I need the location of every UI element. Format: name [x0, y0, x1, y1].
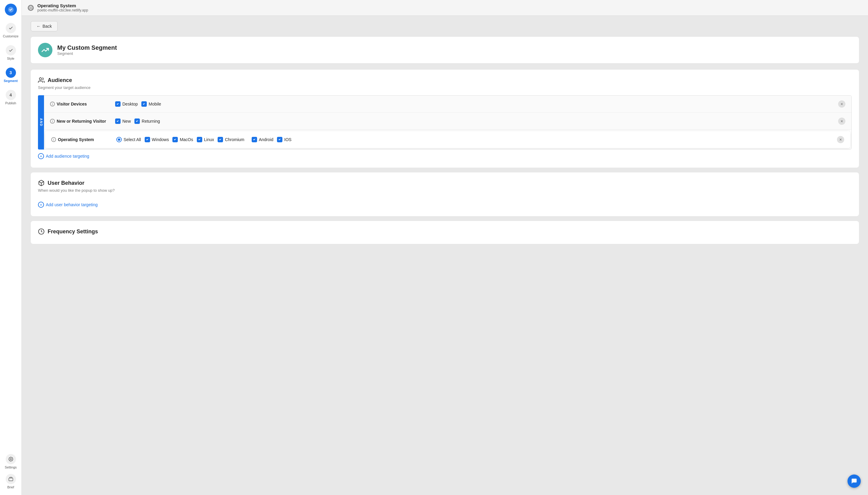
frequency-section: Frequency Settings: [31, 221, 859, 244]
desktop-option[interactable]: Desktop: [115, 101, 138, 107]
globe-icon: [28, 5, 34, 11]
os-close-btn[interactable]: ×: [837, 136, 844, 143]
add-behavior-targeting-btn[interactable]: + Add user behavior targeting: [38, 198, 852, 209]
settings-icon: [6, 454, 16, 464]
svg-rect-2: [9, 478, 13, 481]
visitor-devices-row: i Visitor Devices Desktop: [44, 96, 851, 113]
add-behavior-label: Add user behavior targeting: [46, 202, 98, 207]
windows-checkbox[interactable]: [145, 137, 150, 142]
user-behavior-title: User Behavior: [48, 180, 84, 186]
android-option[interactable]: Android: [251, 137, 273, 142]
svg-point-1: [10, 459, 12, 460]
topbar-title: Operating System: [37, 3, 88, 8]
chromium-checkbox[interactable]: [218, 137, 223, 142]
new-checkbox[interactable]: [115, 118, 121, 124]
style-icon: [6, 45, 16, 55]
audience-container: AND i Visitor Devices: [38, 95, 852, 150]
operating-system-row: i Operating System Select All: [45, 131, 850, 148]
new-returning-options: New Returning: [115, 118, 833, 124]
mobile-checkbox[interactable]: [141, 101, 147, 107]
sidebar-item-customize[interactable]: Customize: [1, 20, 20, 40]
sidebar-item-publish[interactable]: 4 Publish: [1, 87, 20, 107]
select-all-radio[interactable]: [116, 137, 122, 142]
sidebar-item-customize-label: Customize: [3, 34, 19, 38]
topbar-url: poetic-muffin-cbc3ee.netlify.app: [37, 8, 88, 12]
new-option[interactable]: New: [115, 118, 131, 124]
segment-icon: [38, 43, 52, 57]
ios-checkbox[interactable]: [277, 137, 282, 142]
visitor-devices-info-icon[interactable]: i: [50, 102, 55, 106]
android-checkbox[interactable]: [251, 137, 257, 142]
os-options: Select All Windows: [116, 137, 832, 142]
segment-name: My Custom Segment: [57, 44, 117, 51]
app-logo[interactable]: [5, 4, 17, 16]
segment-type: Segment: [57, 51, 117, 56]
sidebar-item-segment-label: Segment: [4, 79, 17, 83]
sidebar-item-publish-label: Publish: [5, 101, 16, 105]
main-content: Operating System poetic-muffin-cbc3ee.ne…: [22, 0, 868, 495]
and-bar: AND: [38, 95, 44, 150]
segment-header: My Custom Segment Segment: [31, 37, 859, 64]
visitor-devices-close-btn[interactable]: ×: [838, 100, 845, 108]
windows-option[interactable]: Windows: [145, 137, 169, 142]
audience-rows: i Visitor Devices Desktop: [44, 95, 852, 150]
mobile-option[interactable]: Mobile: [141, 101, 161, 107]
customize-icon: [6, 23, 16, 33]
linux-checkbox[interactable]: [197, 137, 202, 142]
audience-subtitle: Segment your target audience: [38, 85, 852, 90]
linux-option[interactable]: Linux: [197, 137, 214, 142]
sidebar-settings-label: Settings: [5, 465, 17, 469]
ios-option[interactable]: IOS: [277, 137, 292, 142]
segment-info: My Custom Segment Segment: [57, 44, 117, 56]
sidebar: Customize Style 3 Segment 4 Publish Sett…: [0, 0, 22, 495]
back-arrow-icon: ←: [36, 24, 41, 29]
audience-title: Audience: [48, 77, 72, 84]
visitor-devices-label: i Visitor Devices: [50, 102, 110, 106]
chat-bubble-btn[interactable]: [848, 475, 861, 488]
new-returning-row: i New or Returning Visitor New: [44, 113, 851, 130]
sidebar-item-brief[interactable]: Brief: [1, 472, 20, 491]
back-button[interactable]: ← Back: [31, 21, 57, 31]
topbar-info: Operating System poetic-muffin-cbc3ee.ne…: [37, 3, 88, 12]
audience-section: Audience Segment your target audience AN…: [31, 70, 859, 168]
audience-icon: [38, 77, 45, 84]
operating-system-label: i Operating System: [51, 137, 111, 142]
brief-icon: [6, 474, 16, 484]
add-targeting-label: Add audience targeting: [46, 154, 89, 158]
user-behavior-section: User Behavior When would you like the po…: [31, 172, 859, 216]
add-behavior-plus-icon: +: [38, 202, 44, 208]
os-info-icon[interactable]: i: [51, 137, 56, 142]
new-returning-info-icon[interactable]: i: [50, 119, 55, 124]
page-content: My Custom Segment Segment Audience Segme…: [31, 37, 859, 244]
select-all-option[interactable]: Select All: [116, 137, 141, 142]
add-targeting-plus-icon: +: [38, 153, 44, 159]
desktop-checkbox[interactable]: [115, 101, 121, 107]
back-label: Back: [42, 24, 52, 29]
sidebar-item-style[interactable]: Style: [1, 43, 20, 63]
behavior-icon: [38, 180, 45, 186]
frequency-header: Frequency Settings: [38, 228, 852, 235]
new-returning-close-btn[interactable]: ×: [838, 118, 845, 125]
user-behavior-header: User Behavior: [38, 180, 852, 186]
sidebar-item-settings[interactable]: Settings: [1, 451, 20, 472]
chromium-option[interactable]: Chromium: [218, 137, 244, 142]
svg-point-5: [39, 78, 41, 80]
sidebar-item-style-label: Style: [7, 57, 14, 60]
topbar: Operating System poetic-muffin-cbc3ee.ne…: [22, 0, 868, 16]
returning-option[interactable]: Returning: [135, 118, 160, 124]
frequency-icon: [38, 228, 45, 235]
macos-option[interactable]: MacOs: [172, 137, 193, 142]
sidebar-brief-label: Brief: [7, 485, 14, 489]
returning-checkbox[interactable]: [135, 118, 140, 124]
user-behavior-subtitle: When would you like the popup to show up…: [38, 188, 852, 193]
segment-step-icon: 3: [6, 68, 16, 78]
new-returning-label: i New or Returning Visitor: [50, 119, 110, 124]
sidebar-item-segment[interactable]: 3 Segment: [1, 65, 20, 85]
visitor-devices-options: Desktop Mobile: [115, 101, 833, 107]
audience-header: Audience: [38, 77, 852, 84]
publish-step-icon: 4: [6, 90, 16, 100]
add-audience-targeting-btn[interactable]: + Add audience targeting: [38, 150, 852, 160]
frequency-title: Frequency Settings: [48, 228, 98, 235]
macos-checkbox[interactable]: [172, 137, 178, 142]
